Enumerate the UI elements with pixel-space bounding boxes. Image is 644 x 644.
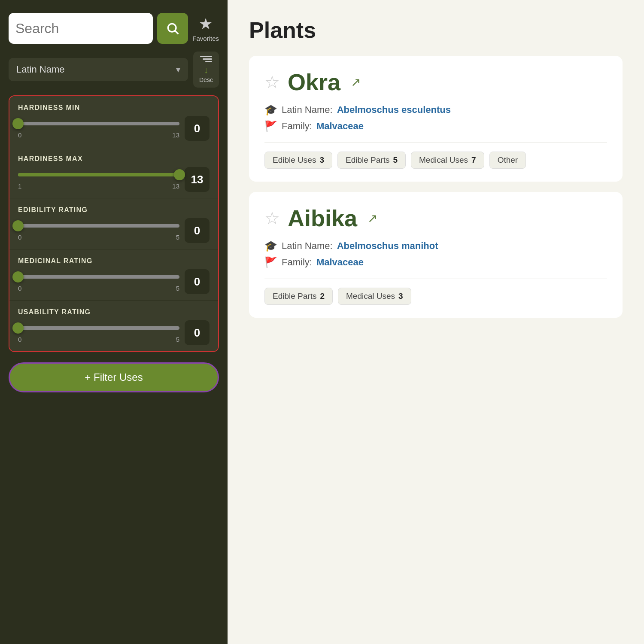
hardiness-max-row: 1 13 13	[18, 167, 210, 192]
tag-edible-parts[interactable]: Edible Parts 5	[337, 152, 406, 169]
plant-latin-name: Abelmoschus esculentus	[337, 104, 451, 115]
edibility-rating-row: 0 5 0	[18, 218, 210, 243]
plant-favorite-star[interactable]: ☆	[264, 72, 280, 92]
medicinal-rating-thumb[interactable]	[12, 271, 24, 283]
plant-tags: Edible Parts 2 Medical Uses 3	[264, 288, 607, 305]
edibility-rating-value: 0	[185, 218, 210, 243]
plant-meta: 🎓 Latin Name: Abelmoschus manihot 🚩 Fami…	[264, 240, 607, 268]
graduation-cap-icon: 🎓	[264, 104, 277, 116]
sort-row: Latin Name ▾ ↓ Desc	[9, 52, 219, 88]
plant-meta: 🎓 Latin Name: Abelmoschus esculentus 🚩 F…	[264, 104, 607, 132]
plant-name: Okra	[288, 69, 340, 95]
edibility-rating-min: 0	[18, 234, 21, 241]
tag-other-label: Other	[498, 155, 518, 165]
hardiness-max-value: 13	[185, 167, 210, 192]
filter-uses-button[interactable]: + Filter Uses	[9, 362, 219, 392]
hardiness-max-track[interactable]	[18, 173, 179, 176]
medicinal-rating-row: 0 5 0	[18, 269, 210, 294]
search-button[interactable]	[157, 13, 188, 44]
sort-arrow-icon: ↓	[204, 65, 208, 75]
hardiness-max-track-wrapper: 1 13	[18, 170, 179, 190]
plant-family-row: 🚩 Family: Malvaceae	[264, 256, 607, 268]
tag-edible-uses[interactable]: Edible Uses 3	[264, 152, 332, 169]
search-input[interactable]	[15, 21, 146, 36]
usability-rating-minmax: 0 5	[18, 336, 179, 343]
search-icon	[166, 21, 179, 35]
search-input-wrapper	[9, 13, 153, 44]
hardiness-min-thumb[interactable]	[12, 118, 24, 129]
svg-point-0	[168, 24, 176, 32]
usability-rating-track[interactable]	[18, 326, 179, 330]
hardiness-max-label: HARDINESS MAX	[18, 155, 210, 163]
plant-family: Malvaceae	[316, 257, 364, 268]
edibility-rating-thumb[interactable]	[12, 220, 24, 231]
hardiness-min-max: 13	[172, 131, 179, 139]
usability-rating-max: 5	[176, 336, 179, 343]
tag-edible-parts-count: 5	[393, 155, 398, 165]
hardiness-min-section: HARDINESS MIN 0 13 0	[9, 96, 218, 147]
medicinal-rating-track-wrapper: 0 5	[18, 272, 179, 292]
medicinal-rating-min: 0	[18, 285, 21, 292]
hardiness-max-min: 1	[18, 182, 21, 190]
sort-select-wrapper[interactable]: Latin Name ▾	[9, 58, 188, 81]
tag-edible-uses-count: 3	[319, 155, 324, 165]
plant-tags: Edible Uses 3 Edible Parts 5 Medical Use…	[264, 152, 607, 169]
tag-edible-parts-label: Edible Parts	[273, 292, 316, 301]
edibility-rating-track[interactable]	[18, 224, 179, 228]
svg-line-1	[175, 31, 178, 34]
hardiness-min-min: 0	[18, 131, 21, 139]
external-link-icon[interactable]: ↗	[351, 75, 361, 89]
divider	[264, 143, 607, 143]
medicinal-rating-track[interactable]	[18, 275, 179, 279]
edibility-rating-max: 5	[176, 234, 179, 241]
star-icon: ★	[199, 15, 213, 33]
flag-icon: 🚩	[264, 256, 277, 268]
tag-other[interactable]: Other	[489, 152, 526, 169]
external-link-icon[interactable]: ↗	[368, 211, 377, 225]
tag-edible-parts-label: Edible Parts	[346, 155, 389, 165]
medicinal-rating-minmax: 0 5	[18, 285, 179, 292]
filters-box: HARDINESS MIN 0 13 0 HARDINESS MAX	[9, 95, 219, 352]
plant-family-row: 🚩 Family: Malvaceae	[264, 120, 607, 132]
tag-medical-uses-label: Medical Uses	[419, 155, 468, 165]
edibility-rating-track-wrapper: 0 5	[18, 221, 179, 241]
plant-family: Malvaceae	[316, 121, 364, 132]
plant-card: ☆ Aibika ↗ 🎓 Latin Name: Abelmoschus man…	[249, 192, 623, 318]
hardiness-max-thumb[interactable]	[174, 169, 185, 180]
plant-latin-row: 🎓 Latin Name: Abelmoschus esculentus	[264, 104, 607, 116]
usability-rating-thumb[interactable]	[12, 322, 24, 334]
chevron-down-icon: ▾	[176, 64, 180, 75]
plant-latin-name: Abelmoschus manihot	[337, 240, 438, 252]
tag-edible-uses-label: Edible Uses	[273, 155, 316, 165]
hardiness-max-max: 13	[172, 182, 179, 190]
divider	[264, 279, 607, 279]
plant-favorite-star[interactable]: ☆	[264, 208, 280, 228]
tag-medical-uses[interactable]: Medical Uses 3	[338, 288, 411, 305]
usability-rating-section: USABILITY RATING 0 5 0	[9, 301, 218, 351]
hardiness-min-label: HARDINESS MIN	[18, 104, 210, 112]
edibility-rating-section: EDIBILITY RATING 0 5 0	[9, 198, 218, 249]
usability-rating-value: 0	[185, 320, 210, 345]
usability-rating-track-wrapper: 0 5	[18, 323, 179, 343]
hardiness-max-minmax: 1 13	[18, 182, 179, 190]
hardiness-min-value: 0	[185, 116, 210, 141]
tag-medical-uses-count: 3	[398, 292, 403, 301]
favorites-button[interactable]: ★ Favorites	[192, 15, 219, 42]
sort-order-label: Desc	[199, 76, 213, 83]
sort-order-button[interactable]: ↓ Desc	[193, 52, 219, 88]
usability-rating-min: 0	[18, 336, 21, 343]
plant-latin-row: 🎓 Latin Name: Abelmoschus manihot	[264, 240, 607, 252]
tag-edible-parts[interactable]: Edible Parts 2	[264, 288, 333, 305]
page-title: Plants	[249, 17, 623, 43]
tag-edible-parts-count: 2	[320, 292, 325, 301]
main-content: Plants ☆ Okra ↗ 🎓 Latin Name: Abelmoschu…	[228, 0, 644, 644]
usability-rating-label: USABILITY RATING	[18, 308, 210, 316]
medicinal-rating-label: MEDICINAL RATING	[18, 257, 210, 265]
plant-name: Aibika	[288, 205, 357, 231]
sort-field-label: Latin Name	[16, 64, 65, 75]
sidebar: ★ Favorites Latin Name ▾ ↓ Desc HARDINES…	[0, 0, 228, 644]
plant-header: ☆ Okra ↗	[264, 69, 607, 95]
hardiness-max-section: HARDINESS MAX 1 13 13	[9, 147, 218, 198]
hardiness-min-track[interactable]	[18, 122, 179, 125]
tag-medical-uses[interactable]: Medical Uses 7	[411, 152, 484, 169]
